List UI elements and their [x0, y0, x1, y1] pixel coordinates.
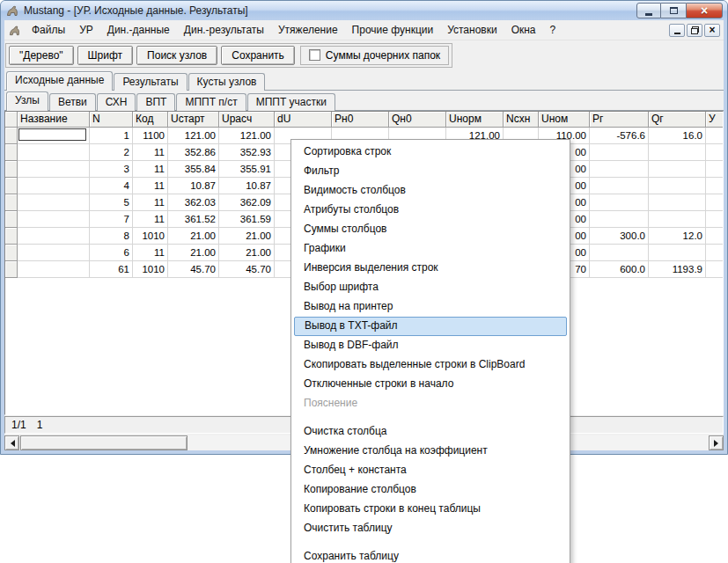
menu-item[interactable]: Файлы — [25, 22, 72, 38]
cell-nazvanie[interactable] — [18, 228, 90, 245]
cell-kod[interactable]: 11 — [133, 144, 168, 161]
tab-section[interactable]: МППТ п/ст — [176, 93, 246, 111]
scroll-left-button[interactable] — [4, 435, 19, 450]
cell-urasch[interactable]: 361.59 — [219, 211, 275, 228]
cell-kod[interactable]: 11 — [133, 161, 168, 178]
close-button[interactable] — [686, 3, 723, 18]
cell-qg[interactable] — [649, 178, 706, 194]
cell-urasch[interactable]: 355.91 — [219, 161, 275, 178]
context-menu-item[interactable]: Копировать строки в конец таблицы — [291, 500, 570, 519]
context-menu-item[interactable] — [291, 538, 570, 547]
scrollbar-thumb[interactable] — [20, 435, 188, 450]
cell-n[interactable]: 1 — [90, 128, 133, 144]
cell-pg[interactable] — [590, 178, 649, 194]
context-menu-item[interactable]: Суммы столбцов — [291, 220, 570, 239]
cell-nazvanie[interactable] — [18, 144, 90, 161]
row-selector[interactable] — [5, 245, 18, 261]
context-menu-item[interactable]: Сортировка строк — [291, 143, 570, 162]
cell-n[interactable]: 3 — [90, 161, 133, 178]
header-du[interactable]: dU — [275, 112, 332, 128]
mdi-close-button[interactable] — [704, 24, 720, 37]
sum-child-folders-checkbox[interactable] — [309, 49, 320, 61]
header-urasch[interactable]: Uрасч — [219, 112, 275, 128]
cell-nazvanie[interactable] — [18, 161, 90, 178]
cell-pg[interactable]: 300.0 — [590, 228, 649, 245]
context-menu-item[interactable]: Копирование столбцов — [291, 480, 570, 500]
cell-ustart[interactable]: 361.52 — [168, 211, 219, 228]
mdi-child-icon[interactable] — [8, 24, 21, 37]
context-menu-item[interactable]: Атрибуты столбцов — [291, 201, 570, 220]
row-selector[interactable] — [5, 211, 18, 228]
toolbar-button[interactable]: Поиск узлов — [136, 46, 217, 65]
cell-n[interactable]: 8 — [90, 228, 133, 245]
cell-nazvanie[interactable] — [18, 261, 90, 278]
cell-nazvanie[interactable] — [18, 128, 90, 144]
row-selector[interactable] — [5, 128, 18, 144]
header-qn0[interactable]: Qн0 — [389, 112, 446, 128]
context-menu-item[interactable]: Инверсия выделения строк — [291, 259, 570, 278]
tab-section[interactable]: Ветви — [49, 93, 96, 111]
context-menu-item[interactable]: Вывод в DBF-файл — [291, 336, 570, 355]
context-menu-item[interactable]: Выбор шрифта — [291, 278, 570, 297]
header-last[interactable]: У — [706, 112, 724, 128]
cell-ustart[interactable]: 352.86 — [168, 144, 219, 161]
cell-urasch[interactable]: 362.09 — [219, 194, 275, 211]
tab-data[interactable]: Результаты — [114, 73, 187, 91]
menu-item[interactable]: Окна — [504, 22, 543, 38]
header-n[interactable]: N — [90, 112, 133, 128]
row-selector[interactable] — [5, 228, 18, 245]
cell-n[interactable]: 5 — [90, 194, 133, 211]
cell-last[interactable] — [706, 144, 724, 161]
context-menu-item[interactable]: Столбец + константа — [291, 461, 570, 480]
cell-pg[interactable] — [590, 245, 649, 261]
header-selector[interactable] — [5, 112, 18, 128]
cell-ustart[interactable]: 21.00 — [168, 228, 219, 245]
cell-n[interactable]: 61 — [90, 261, 133, 278]
cell-last[interactable] — [706, 194, 724, 211]
toolbar-button[interactable]: Шрифт — [77, 46, 133, 65]
context-menu-item[interactable]: Пояснение — [291, 394, 570, 413]
title-bar[interactable]: Mustang - [УР. Исходные данные. Результа… — [1, 1, 727, 20]
context-menu-item[interactable]: Графики — [291, 239, 570, 259]
menu-item[interactable]: Установки — [440, 22, 504, 38]
menu-item[interactable]: ? — [543, 22, 563, 38]
cell-urasch[interactable]: 21.00 — [219, 228, 275, 245]
context-menu-item[interactable]: Очистка столбца — [291, 422, 570, 442]
cell-last[interactable] — [706, 161, 724, 178]
cell-ustart[interactable]: 45.70 — [168, 261, 219, 278]
header-nschn[interactable]: Nсхн — [504, 112, 539, 128]
cell-pg[interactable] — [590, 211, 649, 228]
row-selector[interactable] — [5, 144, 18, 161]
cell-qg[interactable]: 12.0 — [649, 228, 706, 245]
header-qg[interactable]: Qг — [649, 112, 706, 128]
context-menu-item[interactable]: Умножение столбца на коэффициент — [291, 442, 570, 461]
cell-kod[interactable]: 11 — [133, 245, 168, 261]
cell-nazvanie[interactable] — [18, 194, 90, 211]
cell-kod[interactable]: 1010 — [133, 261, 168, 278]
cell-ustart[interactable]: 362.03 — [168, 194, 219, 211]
context-menu-item[interactable]: Видимость столбцов — [291, 181, 570, 201]
cell-ustart[interactable]: 121.00 — [168, 128, 219, 144]
context-menu-item[interactable]: Вывод на принтер — [291, 297, 570, 317]
cell-last[interactable] — [706, 211, 724, 228]
tab-section[interactable]: Узлы — [6, 91, 48, 111]
cell-kod[interactable]: 11 — [133, 211, 168, 228]
cell-editor[interactable] — [18, 128, 86, 141]
toolbar-button[interactable]: "Дерево" — [9, 46, 74, 65]
cell-last[interactable] — [706, 228, 724, 245]
minimize-button[interactable] — [636, 3, 661, 18]
menu-item[interactable]: Прочие функции — [345, 22, 441, 38]
cell-urasch[interactable]: 45.70 — [219, 261, 275, 278]
tab-data[interactable]: Исходные данные — [6, 71, 113, 91]
mdi-minimize-button[interactable] — [669, 24, 685, 37]
context-menu-item[interactable] — [291, 413, 570, 422]
context-menu-item[interactable]: Сохранить таблицу — [291, 547, 570, 563]
tab-section[interactable]: МППТ участки — [247, 93, 335, 111]
cell-ustart[interactable]: 355.84 — [168, 161, 219, 178]
mdi-restore-button[interactable] — [687, 24, 702, 37]
cell-qg[interactable] — [649, 211, 706, 228]
header-nazvanie[interactable]: Название — [18, 112, 90, 128]
tab-data[interactable]: Кусты узлов — [188, 73, 266, 91]
header-pg[interactable]: Pг — [590, 112, 649, 128]
maximize-button[interactable] — [661, 3, 686, 18]
